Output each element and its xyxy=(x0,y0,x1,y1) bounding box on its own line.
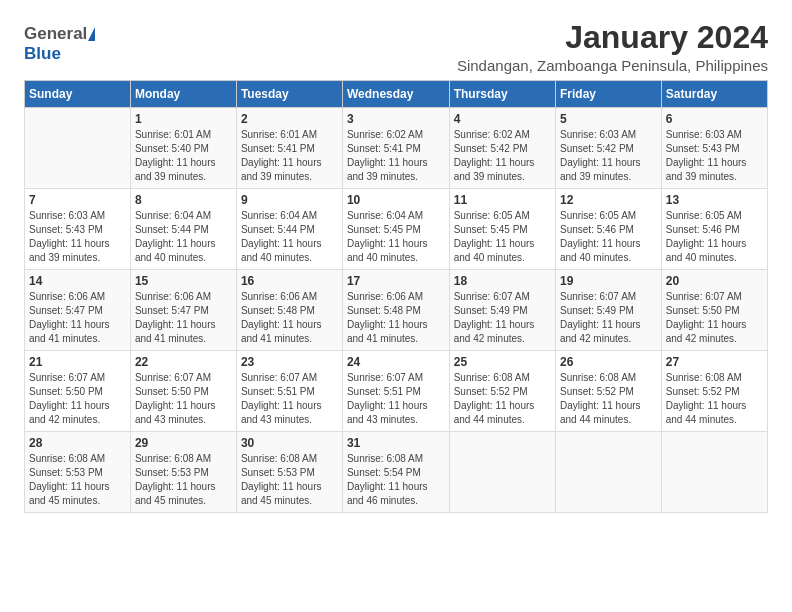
cell-sun-info: Sunrise: 6:08 AMSunset: 5:53 PMDaylight:… xyxy=(29,452,126,508)
calendar-week-row: 7Sunrise: 6:03 AMSunset: 5:43 PMDaylight… xyxy=(25,189,768,270)
calendar-cell: 1Sunrise: 6:01 AMSunset: 5:40 PMDaylight… xyxy=(130,108,236,189)
cell-day-number: 5 xyxy=(560,112,657,126)
cell-day-number: 2 xyxy=(241,112,338,126)
page-title: January 2024 xyxy=(457,20,768,55)
cell-day-number: 29 xyxy=(135,436,232,450)
header-day-monday: Monday xyxy=(130,81,236,108)
cell-day-number: 20 xyxy=(666,274,763,288)
cell-sun-info: Sunrise: 6:08 AMSunset: 5:52 PMDaylight:… xyxy=(560,371,657,427)
calendar-week-row: 1Sunrise: 6:01 AMSunset: 5:40 PMDaylight… xyxy=(25,108,768,189)
cell-sun-info: Sunrise: 6:06 AMSunset: 5:47 PMDaylight:… xyxy=(29,290,126,346)
calendar-cell: 26Sunrise: 6:08 AMSunset: 5:52 PMDayligh… xyxy=(556,351,662,432)
cell-day-number: 3 xyxy=(347,112,445,126)
calendar-cell: 27Sunrise: 6:08 AMSunset: 5:52 PMDayligh… xyxy=(661,351,767,432)
calendar-cell: 18Sunrise: 6:07 AMSunset: 5:49 PMDayligh… xyxy=(449,270,555,351)
calendar-cell: 2Sunrise: 6:01 AMSunset: 5:41 PMDaylight… xyxy=(236,108,342,189)
calendar-cell: 4Sunrise: 6:02 AMSunset: 5:42 PMDaylight… xyxy=(449,108,555,189)
cell-sun-info: Sunrise: 6:05 AMSunset: 5:46 PMDaylight:… xyxy=(666,209,763,265)
header-day-thursday: Thursday xyxy=(449,81,555,108)
cell-day-number: 13 xyxy=(666,193,763,207)
cell-sun-info: Sunrise: 6:04 AMSunset: 5:44 PMDaylight:… xyxy=(241,209,338,265)
calendar-cell xyxy=(25,108,131,189)
calendar-cell: 10Sunrise: 6:04 AMSunset: 5:45 PMDayligh… xyxy=(342,189,449,270)
cell-sun-info: Sunrise: 6:03 AMSunset: 5:43 PMDaylight:… xyxy=(666,128,763,184)
calendar-cell: 21Sunrise: 6:07 AMSunset: 5:50 PMDayligh… xyxy=(25,351,131,432)
calendar-cell: 30Sunrise: 6:08 AMSunset: 5:53 PMDayligh… xyxy=(236,432,342,513)
logo-triangle-icon xyxy=(88,27,95,41)
page-header: General Blue January 2024 Sindangan, Zam… xyxy=(24,20,768,74)
calendar-cell: 29Sunrise: 6:08 AMSunset: 5:53 PMDayligh… xyxy=(130,432,236,513)
cell-day-number: 1 xyxy=(135,112,232,126)
cell-sun-info: Sunrise: 6:07 AMSunset: 5:50 PMDaylight:… xyxy=(666,290,763,346)
calendar-cell: 8Sunrise: 6:04 AMSunset: 5:44 PMDaylight… xyxy=(130,189,236,270)
calendar-cell: 28Sunrise: 6:08 AMSunset: 5:53 PMDayligh… xyxy=(25,432,131,513)
calendar-cell: 12Sunrise: 6:05 AMSunset: 5:46 PMDayligh… xyxy=(556,189,662,270)
cell-day-number: 14 xyxy=(29,274,126,288)
cell-day-number: 21 xyxy=(29,355,126,369)
cell-sun-info: Sunrise: 6:08 AMSunset: 5:54 PMDaylight:… xyxy=(347,452,445,508)
calendar-cell: 5Sunrise: 6:03 AMSunset: 5:42 PMDaylight… xyxy=(556,108,662,189)
cell-day-number: 10 xyxy=(347,193,445,207)
calendar-cell: 17Sunrise: 6:06 AMSunset: 5:48 PMDayligh… xyxy=(342,270,449,351)
calendar-cell xyxy=(661,432,767,513)
cell-sun-info: Sunrise: 6:07 AMSunset: 5:49 PMDaylight:… xyxy=(560,290,657,346)
cell-sun-info: Sunrise: 6:06 AMSunset: 5:48 PMDaylight:… xyxy=(241,290,338,346)
cell-day-number: 4 xyxy=(454,112,551,126)
calendar-cell: 31Sunrise: 6:08 AMSunset: 5:54 PMDayligh… xyxy=(342,432,449,513)
calendar-cell: 15Sunrise: 6:06 AMSunset: 5:47 PMDayligh… xyxy=(130,270,236,351)
cell-sun-info: Sunrise: 6:05 AMSunset: 5:46 PMDaylight:… xyxy=(560,209,657,265)
cell-day-number: 23 xyxy=(241,355,338,369)
cell-sun-info: Sunrise: 6:07 AMSunset: 5:49 PMDaylight:… xyxy=(454,290,551,346)
cell-day-number: 19 xyxy=(560,274,657,288)
calendar-cell: 16Sunrise: 6:06 AMSunset: 5:48 PMDayligh… xyxy=(236,270,342,351)
cell-sun-info: Sunrise: 6:07 AMSunset: 5:51 PMDaylight:… xyxy=(241,371,338,427)
calendar-cell xyxy=(449,432,555,513)
cell-day-number: 28 xyxy=(29,436,126,450)
cell-sun-info: Sunrise: 6:03 AMSunset: 5:42 PMDaylight:… xyxy=(560,128,657,184)
cell-sun-info: Sunrise: 6:07 AMSunset: 5:50 PMDaylight:… xyxy=(135,371,232,427)
cell-day-number: 27 xyxy=(666,355,763,369)
cell-sun-info: Sunrise: 6:04 AMSunset: 5:45 PMDaylight:… xyxy=(347,209,445,265)
calendar-cell: 19Sunrise: 6:07 AMSunset: 5:49 PMDayligh… xyxy=(556,270,662,351)
calendar-cell: 9Sunrise: 6:04 AMSunset: 5:44 PMDaylight… xyxy=(236,189,342,270)
cell-day-number: 8 xyxy=(135,193,232,207)
calendar-cell: 24Sunrise: 6:07 AMSunset: 5:51 PMDayligh… xyxy=(342,351,449,432)
logo-general-text: General xyxy=(24,24,87,44)
cell-day-number: 31 xyxy=(347,436,445,450)
cell-day-number: 17 xyxy=(347,274,445,288)
cell-day-number: 11 xyxy=(454,193,551,207)
calendar-cell: 23Sunrise: 6:07 AMSunset: 5:51 PMDayligh… xyxy=(236,351,342,432)
logo-blue-text: Blue xyxy=(24,44,61,64)
calendar-cell: 11Sunrise: 6:05 AMSunset: 5:45 PMDayligh… xyxy=(449,189,555,270)
calendar-cell: 20Sunrise: 6:07 AMSunset: 5:50 PMDayligh… xyxy=(661,270,767,351)
calendar-week-row: 28Sunrise: 6:08 AMSunset: 5:53 PMDayligh… xyxy=(25,432,768,513)
cell-sun-info: Sunrise: 6:08 AMSunset: 5:53 PMDaylight:… xyxy=(135,452,232,508)
calendar-body: 1Sunrise: 6:01 AMSunset: 5:40 PMDaylight… xyxy=(25,108,768,513)
cell-day-number: 24 xyxy=(347,355,445,369)
calendar-week-row: 21Sunrise: 6:07 AMSunset: 5:50 PMDayligh… xyxy=(25,351,768,432)
calendar-cell: 22Sunrise: 6:07 AMSunset: 5:50 PMDayligh… xyxy=(130,351,236,432)
calendar-week-row: 14Sunrise: 6:06 AMSunset: 5:47 PMDayligh… xyxy=(25,270,768,351)
cell-sun-info: Sunrise: 6:08 AMSunset: 5:52 PMDaylight:… xyxy=(454,371,551,427)
header-day-tuesday: Tuesday xyxy=(236,81,342,108)
calendar-cell xyxy=(556,432,662,513)
calendar-cell: 7Sunrise: 6:03 AMSunset: 5:43 PMDaylight… xyxy=(25,189,131,270)
cell-sun-info: Sunrise: 6:02 AMSunset: 5:42 PMDaylight:… xyxy=(454,128,551,184)
cell-sun-info: Sunrise: 6:01 AMSunset: 5:40 PMDaylight:… xyxy=(135,128,232,184)
cell-day-number: 30 xyxy=(241,436,338,450)
calendar-cell: 3Sunrise: 6:02 AMSunset: 5:41 PMDaylight… xyxy=(342,108,449,189)
cell-day-number: 15 xyxy=(135,274,232,288)
cell-sun-info: Sunrise: 6:04 AMSunset: 5:44 PMDaylight:… xyxy=(135,209,232,265)
page-subtitle: Sindangan, Zamboanga Peninsula, Philippi… xyxy=(457,57,768,74)
cell-sun-info: Sunrise: 6:03 AMSunset: 5:43 PMDaylight:… xyxy=(29,209,126,265)
calendar-cell: 6Sunrise: 6:03 AMSunset: 5:43 PMDaylight… xyxy=(661,108,767,189)
header-day-sunday: Sunday xyxy=(25,81,131,108)
cell-day-number: 6 xyxy=(666,112,763,126)
calendar-cell: 13Sunrise: 6:05 AMSunset: 5:46 PMDayligh… xyxy=(661,189,767,270)
cell-sun-info: Sunrise: 6:07 AMSunset: 5:50 PMDaylight:… xyxy=(29,371,126,427)
calendar-table: SundayMondayTuesdayWednesdayThursdayFrid… xyxy=(24,80,768,513)
logo: General Blue xyxy=(24,24,95,64)
cell-day-number: 22 xyxy=(135,355,232,369)
calendar-cell: 14Sunrise: 6:06 AMSunset: 5:47 PMDayligh… xyxy=(25,270,131,351)
header-day-friday: Friday xyxy=(556,81,662,108)
